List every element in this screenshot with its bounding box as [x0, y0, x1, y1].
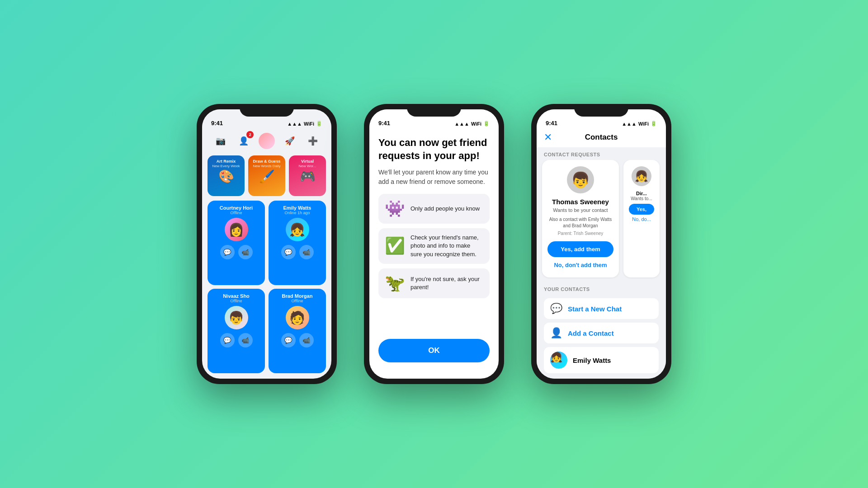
time-2: 9:41 — [378, 120, 390, 127]
screen-3: 9:41 ▲▲▲ WiFi 🔋 ✕ Contacts CONTACT REQUE… — [537, 109, 666, 379]
friends-badge: 2 — [246, 131, 254, 138]
partial-yes-btn[interactable]: Yes, — [629, 204, 654, 215]
add-chat-icon[interactable]: ➕ — [305, 133, 321, 149]
contact-name-courtney: Courtney Hori — [220, 205, 253, 211]
contacts-title: Contacts — [585, 133, 618, 142]
spacer — [544, 295, 659, 298]
time-1: 9:41 — [211, 120, 223, 127]
request-avatar-thomas: 👦 — [567, 166, 594, 193]
phone-2: 9:41 ▲▲▲ WiFi 🔋 You can now get friend r… — [364, 104, 504, 384]
tip-card-3: 🦖 If you're not sure, ask your parent! — [378, 268, 490, 298]
status-icons-1: ▲▲▲ WiFi 🔋 — [287, 121, 322, 127]
partial-no-btn[interactable]: No, do... — [630, 215, 653, 224]
p2-title: You can now get friend requests in your … — [378, 136, 490, 162]
your-contacts-label: YOUR CONTACTS — [537, 282, 666, 295]
start-chat-icon: 💬 — [550, 303, 562, 314]
status-icons-2: ▲▲▲ WiFi 🔋 — [454, 121, 490, 127]
contact-actions-courtney: 💬 📹 — [220, 245, 253, 259]
contact-requests-list: 👦 Thomas Sweeney Wants to be your contac… — [537, 160, 666, 282]
camera-icon[interactable]: 📷 — [212, 133, 229, 149]
game-title-3: Virtual — [301, 159, 314, 164]
battery-icon-3: 🔋 — [651, 121, 657, 127]
wifi-icon-2: WiFi — [471, 121, 481, 127]
video-btn-nivaaz[interactable]: 📹 — [238, 333, 253, 347]
time-3: 9:41 — [546, 120, 557, 127]
game-title-1: Art Remix — [217, 159, 236, 164]
ok-button[interactable]: OK — [378, 339, 490, 362]
game-emoji-1: 🎨 — [218, 169, 234, 184]
contact-card-courtney[interactable]: Courtney Hori Offline 👩 💬 📹 — [208, 201, 265, 285]
notch-1 — [240, 104, 294, 117]
contact-status-emily: Online 1h ago — [284, 211, 310, 215]
contact-card-emily[interactable]: Emily Watts Online 1h ago 👧 💬 📹 — [269, 201, 326, 285]
yes-add-button-thomas[interactable]: Yes, add them — [547, 241, 613, 257]
request-card-thomas: 👦 Thomas Sweeney Wants to be your contac… — [542, 160, 619, 277]
wifi-icon: WiFi — [304, 121, 314, 127]
request-card-partial: 👧 Dir... Wants to... Yes, No, do... — [623, 160, 660, 277]
request-info-thomas: Also a contact with Emily Watts and Brad… — [547, 216, 613, 229]
contact-card-nivaaz[interactable]: Nivaaz Sho Offline 👦 💬 📹 — [208, 289, 265, 373]
notch-3 — [574, 104, 628, 117]
contact-avatar-nivaaz: 👦 — [225, 306, 248, 329]
contact-actions-emily: 💬 📹 — [281, 245, 314, 259]
request-parent-thomas: Parent: Trish Sweeney — [558, 231, 604, 236]
message-btn-brad[interactable]: 💬 — [281, 333, 296, 347]
notch-2 — [407, 104, 461, 117]
contact-avatar-brad: 🧑 — [286, 306, 309, 329]
phone-1: 9:41 ▲▲▲ WiFi 🔋 📷 👤 2 🚀 ➕ Art Remix New … — [197, 104, 337, 384]
screen-1: 9:41 ▲▲▲ WiFi 🔋 📷 👤 2 🚀 ➕ Art Remix New … — [202, 109, 331, 379]
tip-card-2: ✅ Check your friend's name, photo and in… — [378, 228, 490, 264]
signal-icon: ▲▲▲ — [287, 121, 302, 127]
tip-card-1: 👾 Only add people you know — [378, 194, 490, 224]
screen-2: 9:41 ▲▲▲ WiFi 🔋 You can now get friend r… — [369, 109, 499, 379]
game-card-artremix[interactable]: Art Remix New Every Week 🎨 — [208, 155, 245, 196]
no-add-button-thomas[interactable]: No, don't add them — [551, 259, 609, 271]
contact-name-nivaaz: Nivaaz Sho — [223, 293, 250, 299]
contact-avatar-emily: 👧 — [286, 218, 309, 241]
battery-icon: 🔋 — [316, 121, 322, 127]
profile-avatar[interactable] — [259, 133, 275, 149]
video-btn-courtney[interactable]: 📹 — [238, 245, 253, 259]
request-avatar-partial: 👧 — [632, 166, 651, 186]
bottom-spacer — [369, 371, 499, 379]
game-subtitle-3: New Wor... — [299, 164, 316, 169]
tip-text-1: Only add people you know — [410, 205, 480, 213]
rocket-icon[interactable]: 🚀 — [282, 133, 298, 149]
tip-text-3: If you're not sure, ask your parent! — [410, 275, 483, 291]
game-card-virtual[interactable]: Virtual New Wor... 🎮 — [289, 155, 326, 196]
contact-avatar-courtney: 👩 — [225, 218, 248, 241]
game-emoji-3: 🎮 — [300, 169, 316, 184]
battery-icon-2: 🔋 — [483, 121, 490, 127]
status-icons-3: ▲▲▲ WiFi 🔋 — [622, 121, 657, 127]
message-btn-nivaaz[interactable]: 💬 — [220, 333, 235, 347]
contact-actions-nivaaz: 💬 📹 — [220, 333, 253, 347]
message-btn-courtney[interactable]: 💬 — [220, 245, 235, 259]
friends-icon-wrap[interactable]: 👤 2 — [236, 133, 252, 149]
games-section: Art Remix New Every Week 🎨 Draw & Guess … — [202, 153, 331, 199]
start-chat-label: Start a New Chat — [568, 305, 622, 313]
your-contacts-list: 💬 Start a New Chat 👤 Add a Contact 👧 Emi… — [537, 295, 666, 379]
add-contact-row[interactable]: 👤 Add a Contact — [544, 323, 659, 343]
contact-actions-brad: 💬 📹 — [281, 333, 314, 347]
emily-avatar-row: 👧 — [550, 352, 567, 369]
close-button[interactable]: ✕ — [544, 131, 552, 143]
emily-watts-row[interactable]: 👧 Emily Watts — [544, 347, 659, 373]
request-subtitle-thomas: Wants to be your contact — [553, 207, 608, 213]
video-btn-brad[interactable]: 📹 — [299, 333, 314, 347]
game-card-drawguess[interactable]: Draw & Guess New Words Daily 🖌️ — [248, 155, 285, 196]
contact-name-emily: Emily Watts — [283, 205, 311, 211]
contact-status-nivaaz: Offline — [231, 299, 242, 303]
video-btn-emily[interactable]: 📹 — [299, 245, 314, 259]
request-name-thomas: Thomas Sweeney — [552, 198, 609, 206]
contact-card-brad[interactable]: Brad Morgan Offline 🧑 💬 📹 — [269, 289, 326, 373]
tip-emoji-3: 🦖 — [385, 274, 405, 293]
start-chat-row[interactable]: 💬 Start a New Chat — [544, 298, 659, 319]
tip-emoji-2: ✅ — [385, 236, 405, 255]
game-emoji-2: 🖌️ — [259, 169, 275, 184]
signal-icon-3: ▲▲▲ — [622, 121, 637, 127]
p3-header: ✕ Contacts — [537, 129, 666, 147]
contact-status-brad: Offline — [292, 299, 303, 303]
nav-bar-1: 📷 👤 2 🚀 ➕ — [202, 129, 331, 153]
message-btn-emily[interactable]: 💬 — [281, 245, 296, 259]
contact-status-courtney: Offline — [231, 211, 242, 215]
